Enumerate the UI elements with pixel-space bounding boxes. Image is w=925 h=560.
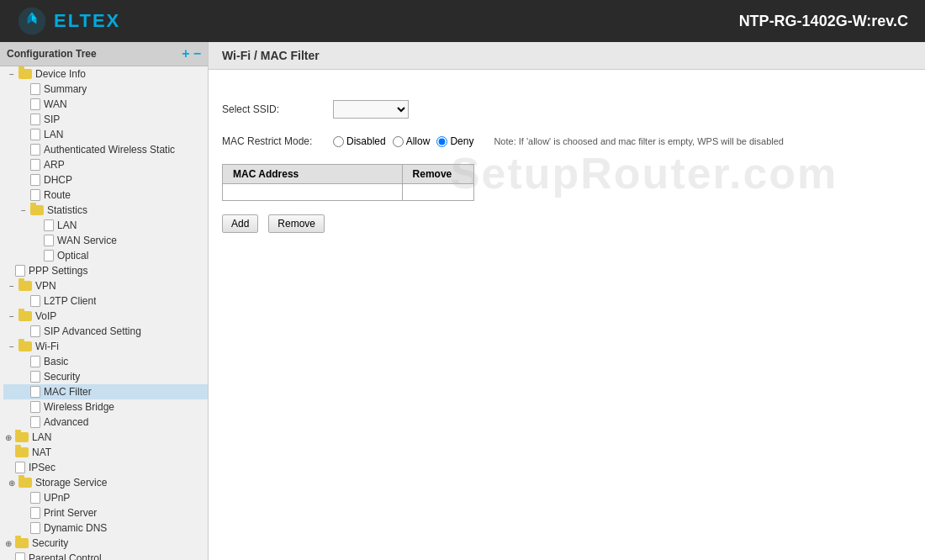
expand-icon-nat bbox=[3, 447, 13, 457]
tree-item-wifi-mac-filter[interactable]: MAC Filter bbox=[3, 384, 208, 399]
tree-label-stat-lan: LAN bbox=[57, 219, 77, 231]
tree-item-route[interactable]: Route bbox=[3, 188, 208, 203]
expand-icon-wifi: − bbox=[7, 341, 17, 351]
logo-text: ELTEX bbox=[54, 10, 120, 32]
folder-icon-nat bbox=[15, 447, 29, 457]
expand-icon-vpn: − bbox=[7, 281, 17, 291]
radio-deny[interactable] bbox=[436, 136, 447, 147]
tree-label-stat-optical: Optical bbox=[57, 250, 88, 262]
tree-item-dynamic-dns[interactable]: Dynamic DNS bbox=[3, 520, 208, 536]
radio-item-deny: Deny bbox=[436, 135, 473, 147]
file-icon-upnp bbox=[30, 492, 40, 504]
tree-item-summary[interactable]: Summary bbox=[3, 82, 208, 97]
file-icon-route bbox=[30, 189, 40, 201]
file-icon-wifi-adv bbox=[30, 416, 40, 428]
add-remove-row: Add Remove bbox=[222, 214, 912, 233]
file-icon-wifi-mac bbox=[30, 386, 40, 398]
tree-item-ppp[interactable]: PPP Settings bbox=[0, 263, 208, 278]
tree-item-security[interactable]: ⊕ Security bbox=[0, 536, 208, 551]
file-icon-ddns bbox=[30, 522, 40, 534]
tree-item-stat-optical[interactable]: Optical bbox=[3, 248, 208, 263]
tree-node-vpn: − VPN L2TP Client bbox=[0, 278, 208, 309]
tree-item-lan-node[interactable]: ⊕ LAN bbox=[0, 430, 208, 445]
file-icon-wan bbox=[30, 98, 40, 110]
expand-icon-storage: ⊕ bbox=[7, 478, 17, 488]
tree-item-wifi-advanced[interactable]: Advanced bbox=[3, 415, 208, 430]
tree-children-wifi: Basic Security MAC Filter Wireless Bridg… bbox=[3, 354, 208, 430]
tree-label-sip: SIP bbox=[44, 114, 60, 125]
radio-label-deny: Deny bbox=[450, 135, 473, 147]
file-icon-dhcp bbox=[30, 174, 40, 186]
tree-item-parental[interactable]: Parental Control bbox=[0, 551, 208, 560]
content-area: Wi-Fi / MAC Filter SetupRouter.com Selec… bbox=[209, 42, 925, 560]
tree-item-wifi-basic[interactable]: Basic bbox=[3, 354, 208, 369]
tree-item-upnp[interactable]: UPnP bbox=[3, 490, 208, 505]
file-icon-lan bbox=[30, 129, 40, 140]
expand-icon-stat-wan bbox=[32, 235, 42, 246]
tree-item-vpn[interactable]: − VPN bbox=[3, 278, 208, 293]
expand-icon-lan-node: ⊕ bbox=[3, 432, 13, 442]
tree-label-sip-adv: SIP Advanced Setting bbox=[44, 325, 141, 337]
expand-icon-sip bbox=[18, 114, 29, 124]
tree-label-ipsec: IPSec bbox=[29, 462, 56, 473]
eltex-logo-icon bbox=[17, 6, 47, 36]
logo: ELTEX bbox=[17, 6, 120, 36]
remove-button[interactable]: Remove bbox=[268, 214, 325, 233]
file-icon-wifi-security bbox=[30, 371, 40, 383]
radio-label-disabled: Disabled bbox=[346, 135, 386, 147]
add-tree-button[interactable]: + bbox=[182, 47, 189, 61]
tree-item-nat[interactable]: NAT bbox=[0, 445, 208, 460]
tree-item-dhcp[interactable]: DHCP bbox=[3, 172, 208, 188]
file-icon-sip-adv bbox=[30, 325, 40, 337]
mac-address-table: MAC Address Remove bbox=[222, 164, 474, 201]
tree-item-stat-wan[interactable]: WAN Service bbox=[3, 233, 208, 248]
file-icon-parental bbox=[15, 552, 25, 560]
tree-item-sip[interactable]: SIP bbox=[3, 112, 208, 127]
expand-icon-security: ⊕ bbox=[3, 538, 13, 548]
tree-children-statistics: LAN WAN Service Optical bbox=[3, 218, 208, 263]
tree-item-statistics[interactable]: − Statistics bbox=[3, 203, 208, 218]
file-icon-summary bbox=[30, 83, 40, 95]
tree-item-wan[interactable]: WAN bbox=[3, 97, 208, 112]
tree-item-auth-wireless[interactable]: Authenticated Wireless Static bbox=[3, 142, 195, 157]
expand-icon-print bbox=[18, 508, 29, 518]
table-header-remove: Remove bbox=[402, 165, 473, 184]
radio-allow[interactable] bbox=[393, 136, 404, 147]
mac-restrict-row: MAC Restrict Mode: Disabled Allow Deny bbox=[222, 135, 912, 147]
tree-label-security: Security bbox=[32, 537, 68, 549]
remove-tree-button[interactable]: − bbox=[193, 47, 201, 61]
file-icon-stat-optical bbox=[44, 250, 54, 262]
tree-item-device-info[interactable]: − Device Info bbox=[3, 66, 208, 82]
tree-item-wifi-security[interactable]: Security bbox=[3, 369, 208, 384]
tree-item-wifi[interactable]: − Wi-Fi bbox=[3, 339, 208, 354]
expand-icon-wan bbox=[18, 99, 29, 109]
tree-label-upnp: UPnP bbox=[44, 492, 70, 504]
file-icon-ipsec bbox=[15, 462, 25, 473]
tree-item-l2tp[interactable]: L2TP Client bbox=[3, 293, 208, 309]
radio-disabled[interactable] bbox=[333, 136, 344, 147]
expand-icon-route bbox=[18, 190, 29, 200]
tree-item-sip-adv[interactable]: SIP Advanced Setting bbox=[3, 324, 208, 339]
tree-item-print-server[interactable]: Print Server bbox=[3, 505, 208, 520]
ssid-select[interactable] bbox=[333, 100, 409, 119]
tree-label-summary: Summary bbox=[44, 83, 87, 95]
expand-icon-wifi-basic bbox=[18, 357, 29, 367]
tree-children-storage: UPnP Print Server Dynamic DNS bbox=[3, 490, 208, 536]
sidebar-header: Configuration Tree + − bbox=[0, 42, 208, 66]
expand-icon-wifi-bridge bbox=[18, 402, 29, 412]
content-title: Wi-Fi / MAC Filter bbox=[209, 42, 925, 70]
tree-label-device-info: Device Info bbox=[35, 68, 86, 80]
tree-item-ipsec[interactable]: IPSec bbox=[0, 460, 208, 475]
file-icon-print bbox=[30, 507, 40, 519]
tree-item-lan[interactable]: LAN bbox=[3, 127, 208, 142]
tree-item-wifi-bridge[interactable]: Wireless Bridge bbox=[3, 399, 208, 415]
add-button[interactable]: Add bbox=[222, 214, 258, 233]
tree-label-auth-wireless: Authenticated Wireless Static bbox=[44, 144, 175, 156]
tree-item-voip[interactable]: − VoIP bbox=[3, 309, 208, 324]
tree-item-arp[interactable]: ARP bbox=[3, 157, 208, 172]
tree-label-vpn: VPN bbox=[35, 280, 56, 292]
tree-item-stat-lan[interactable]: LAN bbox=[3, 218, 208, 233]
tree-children-voip: SIP Advanced Setting bbox=[3, 324, 208, 339]
folder-icon-storage bbox=[18, 478, 32, 488]
tree-item-storage[interactable]: ⊕ Storage Service bbox=[3, 475, 208, 490]
